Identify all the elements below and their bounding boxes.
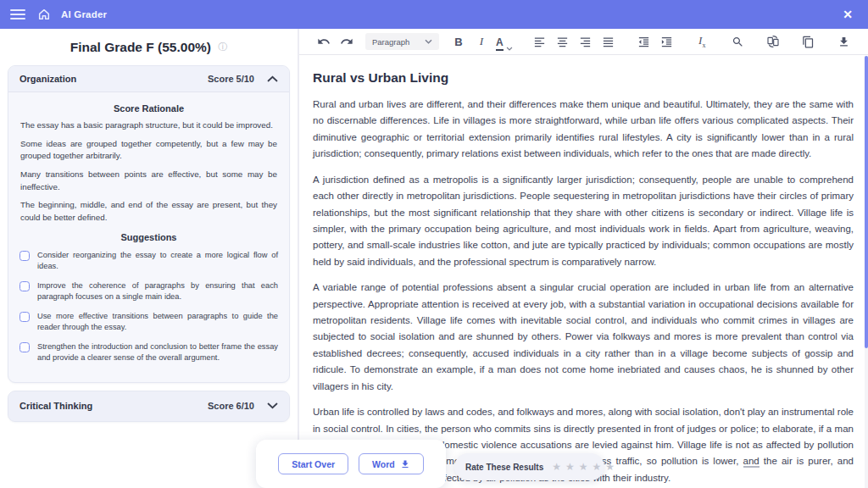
rationale-item: Many transitions between points are effe…: [20, 169, 277, 193]
justify-button[interactable]: [599, 32, 617, 51]
star-rating: ★★★★★: [552, 462, 615, 472]
rationale-item: The beginning, middle, and end of the es…: [20, 199, 277, 224]
grading-sidebar: Final Grade F (55.00%) ⓘ Organization Sc…: [0, 29, 298, 488]
hamburger-menu-icon[interactable]: [10, 9, 25, 19]
rationale-item: The essay has a basic paragraph structur…: [20, 119, 277, 132]
home-icon: [37, 8, 51, 21]
word-download-button[interactable]: Word: [359, 453, 424, 474]
rationale-list: The essay has a basic paragraph structur…: [19, 119, 278, 225]
section-score: Score 5/10: [208, 74, 254, 84]
justify-icon: [602, 36, 615, 48]
suggestions-title: Suggestions: [19, 232, 278, 242]
align-left-button[interactable]: [531, 32, 548, 51]
outdent-icon: [637, 36, 650, 48]
suggestion-item: Improve the coherence of paragraphs by e…: [19, 280, 278, 303]
essay-paragraph: A jurisdiction defined as a metropolis i…: [313, 172, 854, 271]
star-icon[interactable]: ★: [593, 462, 602, 472]
essay-document[interactable]: Rural vs Urban Living Rural and urban li…: [299, 55, 868, 486]
paragraph-style-dropdown[interactable]: Paragraph: [365, 33, 439, 50]
section-organization-header[interactable]: Organization Score 5/10: [8, 66, 289, 92]
indent-icon: [660, 36, 673, 48]
bottom-actions-card: Start Over Word: [256, 440, 446, 488]
align-right-button[interactable]: [576, 32, 594, 51]
chevron-up-icon[interactable]: [267, 75, 278, 82]
italic-button[interactable]: I: [472, 32, 490, 51]
section-critical-thinking-header[interactable]: Critical Thinking Score 6/10: [8, 391, 289, 421]
suggestion-checkbox[interactable]: [19, 342, 30, 352]
suggestion-text: Consider reorganizing the essay to creat…: [37, 250, 278, 273]
start-over-button[interactable]: Start Over: [278, 453, 348, 474]
suggestions-list: Consider reorganizing the essay to creat…: [19, 250, 278, 364]
final-grade-text: Final Grade F (55.00%): [70, 40, 211, 54]
download-button[interactable]: [835, 32, 853, 51]
app-window: AI Grader ✕ Final Grade F (55.00%) ⓘ Org…: [0, 0, 868, 488]
star-icon[interactable]: ★: [579, 462, 588, 472]
grammar-flagged-word: and: [743, 456, 760, 468]
editor-toolbar: Paragraph B I A: [299, 29, 868, 55]
editor-scrollbar-thumb[interactable]: [865, 56, 868, 348]
info-icon[interactable]: ⓘ: [218, 42, 227, 52]
suggestion-item: Consider reorganizing the essay to creat…: [19, 250, 278, 273]
section-organization-body: Score Rationale The essay has a basic pa…: [8, 92, 289, 382]
app-title: AI Grader: [61, 9, 107, 19]
chevron-down-icon: [506, 47, 513, 51]
copy-icon: [802, 36, 815, 48]
document-body: Rural and urban lives are different, and…: [313, 97, 854, 486]
clear-formatting-button[interactable]: Ix: [693, 32, 711, 51]
final-grade-heading: Final Grade F (55.00%) ⓘ: [0, 40, 298, 55]
rate-results-label: Rate These Results: [465, 463, 543, 472]
editor-scrollbar-track[interactable]: [865, 56, 868, 488]
essay-title: Rural vs Urban Living: [313, 70, 854, 86]
align-right-icon: [579, 36, 592, 48]
star-icon[interactable]: ★: [565, 462, 575, 472]
suggestion-checkbox[interactable]: [19, 312, 30, 322]
outdent-button[interactable]: [635, 32, 653, 51]
section-organization: Organization Score 5/10 Score Rationale …: [8, 65, 290, 383]
redo-button[interactable]: [337, 32, 355, 51]
chevron-down-icon[interactable]: [267, 402, 278, 409]
suggestion-text: Strengthen the introduction and conclusi…: [37, 341, 278, 364]
home-button[interactable]: [37, 8, 51, 21]
font-color-icon: A: [496, 37, 504, 51]
suggestion-checkbox[interactable]: [19, 251, 30, 261]
word-label: Word: [372, 459, 395, 469]
star-icon[interactable]: ★: [552, 462, 561, 472]
download-icon: [837, 36, 850, 48]
search-button[interactable]: [729, 32, 747, 51]
close-button[interactable]: ✕: [837, 6, 858, 23]
section-name: Critical Thinking: [19, 401, 92, 411]
clear-formatting-icon: Ix: [698, 34, 705, 49]
start-over-label: Start Over: [292, 459, 335, 469]
app-header: AI Grader ✕: [0, 0, 868, 29]
copy-button[interactable]: [799, 32, 817, 51]
suggestion-text: Use more effective transitions between p…: [37, 311, 278, 334]
redo-icon: [340, 35, 353, 48]
swap-documents-icon: [765, 35, 781, 48]
swap-documents-button[interactable]: [764, 32, 782, 51]
download-icon: [400, 459, 410, 469]
rationale-title: Score Rationale: [19, 103, 278, 114]
suggestion-item: Use more effective transitions between p…: [19, 311, 278, 334]
suggestion-text: Improve the coherence of paragraphs by e…: [37, 280, 278, 303]
bold-button[interactable]: B: [449, 32, 467, 51]
align-center-icon: [556, 36, 569, 48]
search-icon: [732, 36, 744, 48]
rate-results-widget: Rate These Results ★★★★★: [454, 453, 604, 480]
font-color-button[interactable]: A: [495, 32, 513, 51]
essay-paragraph: A variable range of potential profession…: [313, 280, 854, 395]
suggestion-checkbox[interactable]: [19, 281, 30, 291]
star-icon[interactable]: ★: [605, 462, 615, 472]
suggestion-item: Strengthen the introduction and conclusi…: [19, 341, 278, 364]
paragraph-style-value: Paragraph: [372, 37, 409, 47]
rationale-item: Some ideas are grouped together competen…: [20, 138, 277, 163]
align-center-button[interactable]: [554, 32, 571, 51]
section-name: Organization: [19, 74, 76, 84]
section-score: Score 6/10: [208, 401, 254, 411]
undo-icon: [317, 35, 331, 48]
essay-editor-panel: Paragraph B I A: [298, 29, 868, 488]
indent-button[interactable]: [658, 32, 676, 51]
undo-button[interactable]: [314, 32, 332, 51]
essay-paragraph: Rural and urban lives are different, and…: [313, 97, 854, 163]
align-left-icon: [533, 36, 546, 48]
chevron-down-icon: [425, 39, 432, 44]
